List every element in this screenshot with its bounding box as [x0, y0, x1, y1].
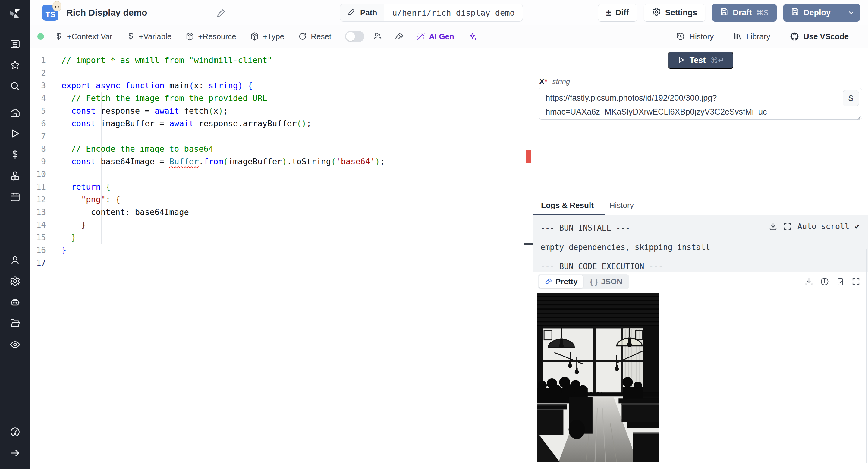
reset-button[interactable]: Reset [298, 32, 331, 41]
textarea-resize-handle[interactable] [856, 115, 861, 120]
library-icon [733, 32, 742, 41]
sidebar-item-schedules[interactable] [0, 186, 30, 207]
arg-variable-picker-button[interactable]: $ [843, 90, 859, 106]
expand-logs-icon[interactable] [783, 222, 792, 231]
code-line[interactable]: content: base64Image [61, 206, 515, 219]
sidebar-item-users[interactable] [0, 250, 30, 271]
windmill-logo-icon[interactable] [8, 7, 22, 22]
auto-scroll-label[interactable]: Auto scroll [798, 222, 849, 231]
gear-icon [652, 7, 661, 19]
info-icon[interactable] [820, 277, 829, 286]
code-line[interactable]: export async function main(x: string) { [61, 79, 515, 92]
emoji-face-icon [53, 1, 61, 11]
code-line[interactable]: return { [61, 181, 515, 193]
sidebar-item-audit-logs[interactable] [0, 334, 30, 355]
code-line[interactable]: // Encode the image to base64 [61, 143, 515, 155]
download-logs-icon[interactable] [769, 222, 778, 231]
sidebar-item-search[interactable] [0, 76, 30, 97]
panel-scrollbar[interactable] [866, 249, 867, 463]
line-number: 1 [30, 54, 46, 67]
test-shortcut: ⌘↵ [710, 56, 724, 65]
result-view-pretty[interactable]: Pretty [539, 275, 583, 288]
code-line[interactable]: } [61, 231, 515, 244]
add-context-var-label: +Context Var [67, 32, 113, 41]
users-icon[interactable] [373, 32, 382, 41]
use-vscode-label: Use VScode [804, 32, 849, 41]
code-line[interactable] [61, 256, 515, 269]
path-widget[interactable]: Path u/henri/rich_display_demo [340, 4, 523, 22]
add-context-var-button[interactable]: +Context Var [54, 32, 113, 41]
tab-logs-result[interactable]: Logs & Result [533, 195, 601, 215]
sidebar-item-resources[interactable] [0, 165, 30, 186]
sidebar-item-folders[interactable] [0, 313, 30, 334]
code-lines[interactable]: // import * as wmill from "windmill-clie… [61, 54, 515, 269]
add-resource-label: +Resource [198, 32, 236, 41]
code-line[interactable]: const imageBuffer = await response.array… [61, 117, 515, 130]
sparkles-icon[interactable] [468, 32, 478, 41]
library-button[interactable]: Library [733, 32, 770, 41]
copy-clipboard-icon[interactable] [836, 277, 845, 286]
code-line[interactable]: } [61, 219, 515, 231]
code-line[interactable]: // Fetch the image from the provided URL [61, 92, 515, 104]
sidebar-item-apps[interactable] [0, 33, 30, 55]
log-line: empty dependencies, skipping install [540, 242, 868, 261]
line-number: 13 [30, 206, 46, 219]
library-label: Library [746, 32, 770, 41]
package-icon [250, 32, 259, 41]
sidebar-item-home[interactable] [0, 102, 30, 123]
argument-label: X* string [539, 77, 570, 86]
sidebar-item-workers[interactable] [0, 292, 30, 313]
history-button[interactable]: History [676, 32, 714, 41]
settings-button[interactable]: Settings [644, 4, 706, 22]
download-result-icon[interactable] [804, 277, 813, 286]
add-type-button[interactable]: +Type [250, 32, 284, 41]
code-line[interactable] [61, 168, 515, 181]
sidebar-item-help[interactable] [0, 421, 30, 442]
result-view-switch: Pretty { } JSON [538, 274, 629, 289]
typescript-badge-label: TS [45, 10, 55, 19]
sidebar-item-variables[interactable] [0, 144, 30, 165]
code-line[interactable]: // import * as wmill from "windmill-clie… [61, 54, 515, 67]
sidebar-expand-arrow-icon[interactable] [0, 442, 30, 464]
code-line[interactable]: const response = await fetch(x); [61, 104, 515, 117]
deploy-button[interactable]: Deploy [783, 4, 860, 22]
ai-gen-button[interactable]: AI Gen [416, 32, 454, 41]
auto-scroll-checkmark[interactable]: ✔ [855, 221, 860, 231]
multiplayer-toggle[interactable] [345, 31, 364, 42]
sidebar-item-runs[interactable] [0, 123, 30, 144]
reset-icon [298, 32, 307, 41]
code-line[interactable]: "png": { [61, 193, 515, 206]
code-line[interactable] [61, 67, 515, 79]
deploy-dropdown-chevron[interactable] [842, 4, 860, 22]
expand-result-icon[interactable] [851, 277, 861, 286]
tab-history[interactable]: History [601, 195, 642, 215]
cursor-position-marker [524, 243, 533, 245]
line-number: 5 [30, 104, 46, 117]
line-number: 7 [30, 130, 46, 143]
draft-button[interactable]: Draft ⌘S [712, 4, 777, 22]
line-number: 8 [30, 143, 46, 155]
add-resource-button[interactable]: +Resource [185, 32, 236, 41]
use-vscode-button[interactable]: Use VScode [789, 32, 849, 41]
edit-summary-pencil-icon[interactable] [216, 7, 227, 18]
code-line[interactable]: } [61, 244, 515, 256]
code-line[interactable] [61, 130, 515, 143]
add-variable-button[interactable]: +Variable [126, 32, 172, 41]
code-editor[interactable]: 1234567891011121314151617 // import * as… [30, 48, 533, 469]
arg-input[interactable]: https://fastly.picsum.photos/id/192/200/… [538, 88, 862, 120]
pencil-icon [347, 7, 356, 18]
diff-button[interactable]: ± Diff [598, 4, 637, 22]
format-brush-icon[interactable] [395, 32, 404, 41]
result-view-json[interactable]: { } JSON [584, 275, 628, 288]
deploy-label: Deploy [804, 8, 831, 18]
test-button[interactable]: Test ⌘↵ [668, 52, 733, 69]
language-status-dot [37, 33, 44, 40]
sidebar-item-favorites[interactable] [0, 55, 30, 76]
line-number: 10 [30, 168, 46, 181]
play-icon [677, 56, 685, 65]
top-bar: TS Rich Display demo Path u/henri/rich_d… [30, 0, 868, 25]
sidebar-item-settings[interactable] [0, 271, 30, 292]
code-line[interactable]: const base64Image = Buffer.from(imageBuf… [61, 155, 515, 168]
braces-icon: { } [590, 277, 598, 286]
history-icon [676, 32, 685, 41]
